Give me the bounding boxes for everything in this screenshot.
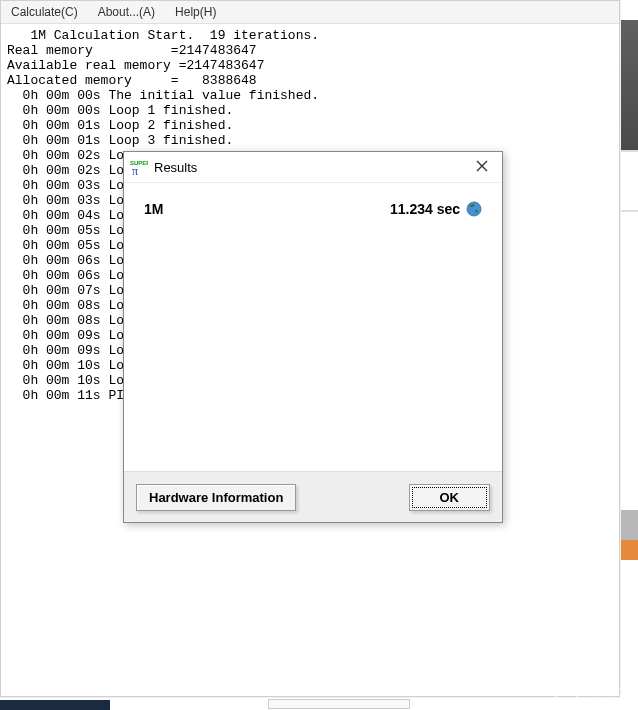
menu-about[interactable]: About...(A) [88, 3, 165, 21]
close-icon [476, 158, 488, 176]
watermark: 新浪众测 [554, 678, 634, 704]
right-edge-strip [621, 0, 638, 710]
ok-button[interactable]: OK [409, 484, 491, 511]
superpi-icon: SUPER π [130, 158, 148, 176]
globe-icon[interactable] [466, 201, 482, 217]
dialog-body: 1M 11.234 sec [124, 183, 502, 481]
menu-help[interactable]: Help(H) [165, 3, 226, 21]
result-size-label: 1M [144, 201, 163, 217]
results-dialog: SUPER π Results 1M 11.234 sec [123, 151, 503, 523]
result-row: 1M 11.234 sec [144, 201, 482, 217]
menu-bar: Calculate(C) About...(A) Help(H) [1, 1, 619, 24]
dialog-footer: Hardware Information OK [124, 471, 502, 522]
dialog-close-button[interactable] [462, 152, 502, 182]
bottom-dark-strip [0, 700, 110, 710]
watermark-logo-icon [554, 678, 580, 704]
bottom-box [268, 699, 410, 709]
result-time-value: 11.234 sec [390, 201, 460, 217]
hardware-info-button[interactable]: Hardware Information [136, 484, 296, 511]
watermark-text: 新浪众测 [586, 683, 634, 700]
dialog-titlebar[interactable]: SUPER π Results [124, 152, 502, 183]
dialog-title: Results [154, 160, 197, 175]
svg-text:π: π [132, 164, 138, 176]
menu-calculate[interactable]: Calculate(C) [1, 3, 88, 21]
svg-point-4 [564, 688, 570, 694]
superpi-app-window: Calculate(C) About...(A) Help(H) 1M Calc… [0, 0, 620, 697]
